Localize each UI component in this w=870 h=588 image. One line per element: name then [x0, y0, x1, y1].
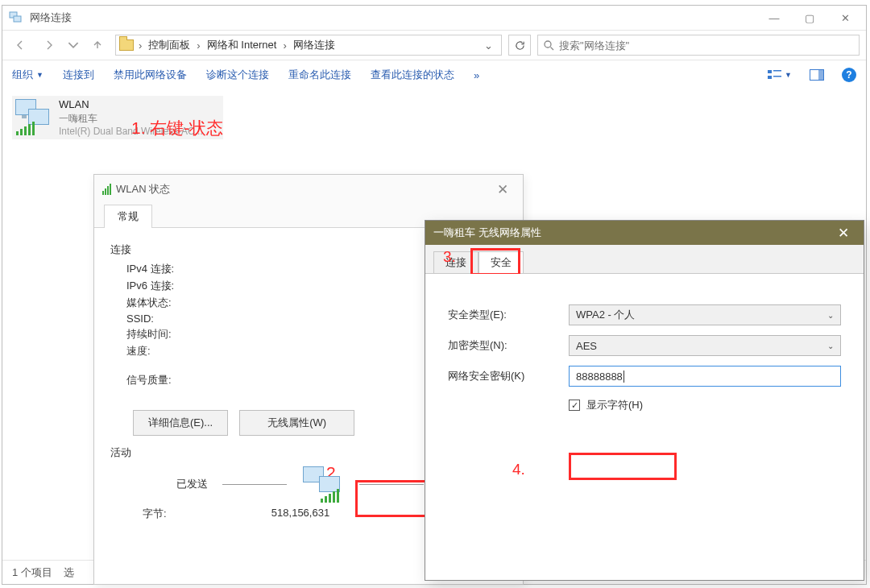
label-bytes: 字节:: [126, 507, 207, 521]
close-button[interactable]: ✕: [831, 223, 856, 243]
title-bar: 网络连接 — ▢ ✕: [2, 6, 866, 30]
folder-icon: [119, 39, 134, 51]
item-count: 1 个项目: [12, 565, 52, 580]
details-button[interactable]: 详细信息(E)...: [133, 410, 228, 436]
address-dropdown[interactable]: ⌄: [479, 39, 498, 52]
up-button[interactable]: [86, 34, 109, 56]
tab-security[interactable]: 安全: [478, 251, 524, 273]
show-characters-label: 显示字符(H): [586, 398, 643, 412]
maximize-button[interactable]: ▢: [792, 6, 827, 29]
network-connections-icon: [9, 10, 23, 25]
svg-point-2: [545, 41, 551, 48]
label-sent: 已发送: [176, 477, 208, 491]
label-ipv4: IPv4 连接:: [110, 262, 191, 276]
annotation-1: 1. 右键-状态: [131, 117, 223, 139]
disable-device-button[interactable]: 禁用此网络设备: [114, 68, 187, 82]
dialog-title-bar: WLAN 状态 ✕: [94, 175, 523, 204]
refresh-button[interactable]: [508, 35, 531, 56]
security-type-value: WPA2 - 个人: [576, 308, 635, 322]
svg-rect-4: [773, 70, 781, 72]
dialog-title: WLAN 状态: [116, 182, 170, 197]
chevron-right-icon: ›: [195, 39, 201, 52]
breadcrumb-item[interactable]: 网络和 Internet: [205, 38, 279, 52]
label-security-type: 安全类型(E):: [448, 308, 561, 322]
security-key-input[interactable]: 88888888: [569, 366, 841, 387]
label-security-key: 网络安全密钥(K): [448, 369, 561, 383]
tab-strip: 连接 安全: [425, 250, 864, 274]
label-signal: 信号质量:: [110, 373, 191, 387]
search-input[interactable]: [559, 39, 854, 52]
dialog-title-bar: 一嗨租车 无线网络属性 ✕: [425, 221, 864, 245]
chevron-down-icon: ⌄: [827, 342, 834, 350]
label-ipv6: IPv6 连接:: [110, 279, 191, 293]
encryption-type-combo[interactable]: AES ⌄: [569, 335, 841, 356]
value-bytes-sent: 518,156,631: [207, 507, 394, 521]
annotation-box-4: [569, 453, 677, 480]
window-title: 网络连接: [30, 10, 72, 25]
svg-rect-3: [768, 70, 772, 73]
organize-menu[interactable]: 组织▼: [12, 68, 44, 82]
close-button[interactable]: ✕: [491, 178, 515, 201]
preview-pane-icon: [810, 69, 824, 81]
address-bar[interactable]: › 控制面板 › 网络和 Internet › 网络连接 ⌄: [115, 35, 502, 56]
label-encryption-type: 加密类型(N):: [448, 338, 561, 353]
encryption-type-value: AES: [576, 340, 597, 352]
activity-icon: [301, 466, 345, 502]
close-button[interactable]: ✕: [827, 6, 863, 29]
help-button[interactable]: ?: [842, 68, 856, 82]
tab-connection[interactable]: 连接: [433, 251, 478, 273]
view-options-button[interactable]: ▼: [768, 69, 792, 81]
svg-rect-8: [818, 70, 824, 81]
svg-rect-1: [14, 16, 21, 22]
search-icon: [543, 39, 554, 51]
diagnose-button[interactable]: 诊断这个连接: [206, 68, 269, 82]
toolbar-overflow[interactable]: »: [474, 69, 479, 81]
preview-pane-button[interactable]: [810, 69, 824, 81]
svg-rect-5: [768, 76, 772, 79]
label-speed: 速度:: [110, 344, 191, 358]
view-status-button[interactable]: 查看此连接的状态: [371, 68, 454, 82]
label-duration: 持续时间:: [110, 327, 191, 342]
wireless-properties-button[interactable]: 无线属性(W): [239, 410, 354, 436]
breadcrumb-item[interactable]: 网络连接: [292, 38, 337, 52]
security-key-value: 88888888: [576, 371, 623, 383]
signal-icon: [16, 122, 35, 135]
selection-status: 选: [64, 565, 74, 580]
back-button[interactable]: [9, 34, 31, 56]
svg-rect-6: [773, 76, 781, 77]
adapter-icon: [14, 97, 52, 138]
annotation-4: 4.: [512, 461, 525, 478]
recent-dropdown[interactable]: [67, 34, 80, 56]
security-type-combo[interactable]: WPA2 - 个人 ⌄: [569, 304, 841, 325]
wireless-properties-dialog: 一嗨租车 无线网络属性 ✕ 3. 连接 安全 安全类型(E): WPA2 - 个…: [425, 220, 864, 581]
label-ssid: SSID:: [110, 313, 191, 325]
annotation-3: 3.: [443, 248, 456, 266]
dialog-title: 一嗨租车 无线网络属性: [433, 226, 541, 240]
chevron-right-icon: ›: [281, 39, 288, 52]
signal-icon: [102, 184, 111, 195]
rename-button[interactable]: 重命名此连接: [288, 68, 351, 82]
breadcrumb-item[interactable]: 控制面板: [147, 38, 192, 52]
adapter-name: WLAN: [59, 97, 203, 112]
tab-general[interactable]: 常规: [104, 205, 152, 228]
minimize-button[interactable]: —: [756, 6, 792, 29]
connect-to-button[interactable]: 连接到: [63, 68, 94, 82]
show-characters-checkbox[interactable]: ✓: [569, 400, 580, 411]
command-bar: 组织▼ 连接到 禁用此网络设备 诊断这个连接 重命名此连接 查看此连接的状态 »…: [2, 60, 866, 89]
forward-button[interactable]: [38, 34, 60, 56]
label-media: 媒体状态:: [110, 296, 191, 310]
chevron-down-icon: ⌄: [827, 311, 834, 320]
views-icon: [768, 69, 782, 81]
nav-bar: › 控制面板 › 网络和 Internet › 网络连接 ⌄: [2, 30, 866, 60]
chevron-right-icon: ›: [137, 39, 143, 52]
search-box[interactable]: [537, 35, 860, 56]
dialog-body: 安全类型(E): WPA2 - 个人 ⌄ 加密类型(N): AES ⌄ 网络安全…: [425, 274, 864, 580]
